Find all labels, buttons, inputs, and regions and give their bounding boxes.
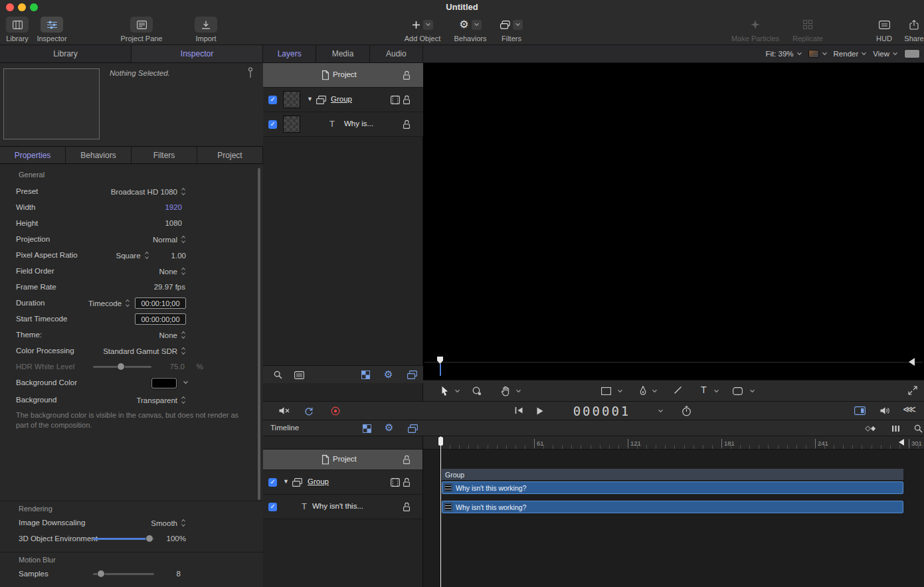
zoom-level-dropdown[interactable]: Fit: 39% — [765, 50, 802, 58]
tab-library[interactable]: Library — [0, 45, 132, 62]
layer-checkbox[interactable] — [268, 120, 277, 129]
hdr-white-level-slider[interactable] — [93, 366, 151, 368]
background-color-well[interactable] — [151, 378, 177, 388]
duration-input[interactable]: 00:00:10;00 — [135, 297, 186, 309]
tab-media[interactable]: Media — [316, 45, 369, 62]
clip-icon[interactable] — [391, 478, 400, 487]
preset-dropdown[interactable]: Broadcast HD 1080 — [111, 187, 186, 196]
group-track-bar[interactable]: Group — [442, 469, 903, 480]
layer-row-project[interactable]: Project — [263, 63, 423, 88]
play-icon[interactable] — [535, 406, 544, 416]
transparency-checker-icon[interactable] — [363, 424, 371, 433]
frame-counter[interactable]: 000001 — [563, 404, 640, 418]
start-timecode-input[interactable]: 00:00:00;00 — [135, 313, 186, 325]
select-tool-icon[interactable] — [440, 386, 449, 396]
chevron-down-icon[interactable] — [617, 389, 623, 393]
canvas-viewport[interactable] — [423, 63, 924, 380]
import-button[interactable]: Import — [191, 17, 221, 42]
layer-row-text[interactable]: T Why is... — [263, 112, 423, 137]
filters-button[interactable]: Filters — [493, 17, 530, 42]
color-processing-dropdown[interactable]: Standard Gamut SDR — [103, 347, 186, 355]
unlock-icon[interactable] — [403, 477, 411, 487]
filters-menu-button[interactable] — [513, 20, 523, 30]
duration-mode-dropdown[interactable]: Timecode — [88, 299, 130, 307]
slider-knob[interactable] — [118, 363, 124, 370]
timeline-row-text[interactable]: T Why isn't this... — [263, 495, 422, 519]
add-object-button[interactable]: Add Object — [401, 17, 444, 42]
replicate-button[interactable]: Replicate — [788, 17, 828, 42]
tab-behaviors[interactable]: Behaviors — [66, 147, 132, 163]
timeline-tracks[interactable]: 61121181241301 Group Why isn't this work… — [423, 436, 924, 587]
par-number-field[interactable]: 1.00 — [171, 252, 186, 260]
hud-button[interactable]: HUD — [870, 17, 898, 42]
share-button[interactable]: Share — [901, 17, 924, 42]
slider-knob[interactable] — [146, 535, 153, 542]
clip-bar-2[interactable]: Why isn't this working? — [442, 501, 903, 513]
add-object-menu-button[interactable] — [423, 20, 433, 30]
unlock-icon[interactable] — [403, 455, 411, 465]
projection-dropdown[interactable]: Normal — [153, 235, 186, 244]
gear-icon[interactable]: ⚙ — [385, 422, 393, 434]
pan-hand-tool-icon[interactable] — [500, 386, 511, 396]
collapse-chevrons-icon[interactable]: ⋘ — [903, 404, 916, 414]
timeline-row-label[interactable]: Group — [308, 477, 329, 485]
tab-layers[interactable]: Layers — [263, 45, 316, 62]
layers-stack-icon[interactable] — [407, 371, 417, 379]
chevron-down-icon[interactable] — [713, 389, 719, 393]
slider-knob[interactable] — [98, 570, 104, 577]
mini-timeline-playhead[interactable] — [437, 357, 443, 364]
layer-row-group[interactable]: ▼ Group — [263, 88, 423, 112]
field-order-dropdown[interactable]: None — [159, 267, 187, 276]
layer-label[interactable]: Why is... — [344, 120, 373, 127]
layer-checkbox[interactable] — [268, 478, 277, 487]
tab-project[interactable]: Project — [197, 147, 263, 163]
zoom-timeline-icon[interactable] — [914, 424, 923, 433]
layers-stack-icon[interactable] — [408, 424, 418, 433]
preview-toggle-icon[interactable] — [294, 371, 304, 379]
layer-checkbox[interactable] — [268, 96, 277, 104]
unlock-icon[interactable] — [403, 502, 411, 512]
object-environment-slider[interactable] — [93, 538, 154, 540]
track-height-icon[interactable] — [891, 425, 900, 432]
samples-slider[interactable] — [93, 573, 154, 575]
disclosure-triangle-icon[interactable]: ▼ — [283, 478, 289, 485]
transparency-checker-icon[interactable] — [361, 371, 370, 379]
par-dropdown[interactable]: Square 1.00 — [116, 251, 186, 260]
disclosure-triangle-icon[interactable]: ▼ — [307, 96, 313, 102]
speaker-icon[interactable] — [880, 406, 890, 415]
layer-checkbox[interactable] — [268, 503, 277, 511]
mini-timeline-end-marker[interactable] — [909, 358, 915, 366]
timeline-panel-toggle-icon[interactable] — [854, 406, 866, 415]
theme-dropdown[interactable]: None — [159, 331, 187, 339]
tab-inspector[interactable]: Inspector — [132, 45, 263, 62]
inspector-button[interactable]: Inspector — [36, 17, 68, 42]
render-menu[interactable]: Render — [834, 50, 868, 58]
scrollbar[interactable] — [258, 168, 260, 500]
record-icon[interactable] — [331, 406, 340, 416]
channels-dropdown[interactable] — [808, 50, 828, 58]
view-menu[interactable]: View — [873, 50, 898, 58]
timeline-row-group[interactable]: ▼ Group — [263, 470, 422, 495]
bezier-tool-icon[interactable] — [639, 386, 647, 396]
line-tool-icon[interactable] — [674, 386, 682, 394]
timeline-ruler[interactable]: 61121181241301 — [423, 436, 924, 450]
playhead-marker[interactable] — [438, 437, 443, 446]
library-button[interactable]: Library — [4, 17, 31, 42]
unlock-icon[interactable] — [403, 120, 411, 129]
behaviors-menu-button[interactable] — [472, 20, 482, 30]
timeline-row-label[interactable]: Why isn't this... — [312, 502, 363, 510]
keyframes-icon[interactable] — [865, 426, 876, 432]
chevron-down-icon[interactable] — [183, 380, 189, 384]
rectangle-tool-icon[interactable] — [601, 387, 611, 395]
clip-bar-1[interactable]: Why isn't this working? — [442, 481, 903, 494]
image-downscaling-dropdown[interactable]: Smooth — [151, 519, 186, 527]
playhead[interactable] — [440, 436, 441, 587]
chevron-down-icon[interactable] — [515, 389, 521, 393]
tab-properties[interactable]: Properties — [0, 147, 66, 163]
shape-tool-icon[interactable] — [733, 387, 743, 395]
clip-icon[interactable] — [391, 96, 400, 104]
chevron-down-icon[interactable] — [652, 389, 658, 393]
chevron-down-icon[interactable] — [658, 409, 664, 413]
background-well[interactable] — [904, 49, 920, 58]
expand-icon[interactable] — [908, 386, 917, 395]
